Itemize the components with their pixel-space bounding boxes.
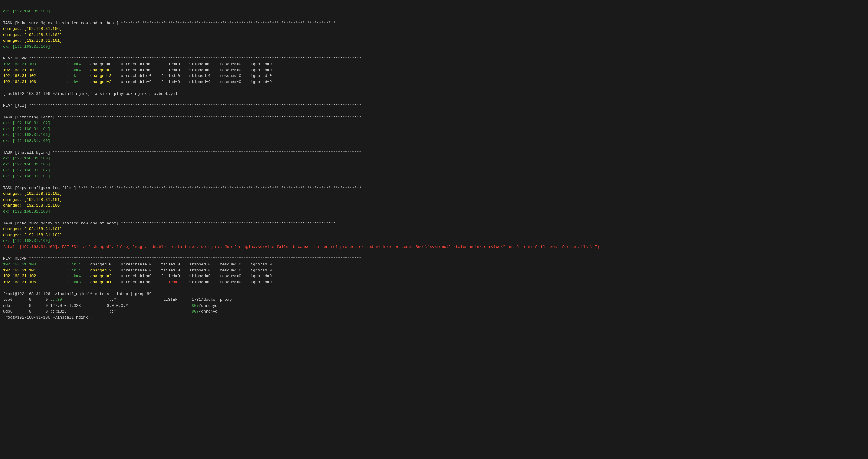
terminal-line-l23: ok: [192.168.31.100] [3, 138, 865, 144]
terminal-line-l16 [3, 97, 865, 103]
terminal-line-l51: udp 0 0 127.0.0.1:323 0.0.0.0:* 807/chro… [3, 303, 865, 309]
terminal-line-l11: 192.168.31.101 : ok=4 changed=2 unreacha… [3, 67, 865, 73]
terminal-line-l13: 192.168.31.106 : ok=4 changed=2 unreacha… [3, 79, 865, 85]
terminal-line-l1: ok: [192.168.31.100] [3, 8, 865, 14]
terminal-line-l30 [3, 179, 865, 185]
terminal-line-l45: 192.168.31.101 : ok=4 changed=2 unreacha… [3, 267, 865, 273]
terminal-line-l33: changed: [192.168.31.101] [3, 197, 865, 203]
terminal-line-l40: ok: [192.168.31.100] [3, 238, 865, 244]
terminal-line-l25: TASK [Install Nginx] *******************… [3, 150, 865, 156]
terminal-line-l4: changed: [192.168.31.106] [3, 26, 865, 32]
terminal-line-l32: changed: [192.168.31.102] [3, 191, 865, 197]
terminal-line-l41: fatal: [192.168.31.106]: FAILED! => {"ch… [3, 244, 865, 250]
terminal-line-l7: ok: [192.168.31.100] [3, 44, 865, 50]
terminal-line-l38: changed: [192.168.31.101] [3, 226, 865, 232]
terminal-line-l22: ok: [192.168.31.106] [3, 132, 865, 138]
terminal-line-l49: [root@192-168-31-106 ~/install_nginx]# n… [3, 291, 865, 297]
terminal-line-l15: [root@192-168-31-106 ~/install_nginx]# a… [3, 91, 865, 97]
terminal-line-l42 [3, 250, 865, 256]
terminal-line-l52: udp6 0 0 :::1323 :::* 807/chronyd [3, 308, 865, 315]
terminal-line-l53: [root@192-168-31-106 ~/install_nginx]# [3, 315, 865, 321]
terminal-line-l5: changed: [192.168.31.102] [3, 32, 865, 38]
terminal-line-l48 [3, 285, 865, 291]
terminal-line-l14 [3, 85, 865, 91]
terminal-line-l29: ok: [192.168.31.101] [3, 173, 865, 179]
terminal-line-l6: changed: [192.168.31.101] [3, 38, 865, 44]
terminal-line-l36 [3, 215, 865, 221]
terminal-line-l10: 192.168.31.100 : ok=4 changed=0 unreacha… [3, 61, 865, 67]
terminal-line-l18 [3, 108, 865, 114]
terminal-line-l50: tcp6 0 0 :::80 :::* LISTEN 1781/docker-p… [3, 297, 865, 303]
terminal-line-l21: ok: [192.168.31.101] [3, 126, 865, 132]
terminal-line-l31: TASK [Copy configuration files] ********… [3, 185, 865, 191]
terminal-line-l44: 192.168.31.100 : ok=4 changed=0 unreacha… [3, 262, 865, 267]
terminal-line-l35: ok: [192.168.31.100] [3, 209, 865, 215]
terminal-line-l39: changed: [192.168.31.102] [3, 232, 865, 238]
terminal-line-l26: ok: [192.168.31.100] [3, 156, 865, 162]
terminal-line-l37: TASK [Make sure Nginx is started now and… [3, 221, 865, 227]
terminal-line-l3: TASK [Make sure Nginx is started now and… [3, 20, 865, 26]
terminal-line-l20: ok: [192.168.31.102] [3, 120, 865, 126]
terminal-line-l24 [3, 144, 865, 150]
terminal-line-l19: TASK [Gathering Facts] *****************… [3, 114, 865, 121]
terminal-line-l34: changed: [192.168.31.106] [3, 203, 865, 209]
terminal-line-l43: PLAY RECAP *****************************… [3, 256, 865, 262]
terminal: const data = JSON.parse(document.getElem… [3, 2, 865, 326]
terminal-line-l9: PLAY RECAP *****************************… [3, 56, 865, 62]
terminal-line-l47: 192.168.31.106 : ok=3 changed=1 unreacha… [3, 279, 865, 285]
terminal-line-l2 [3, 14, 865, 20]
terminal-line-l12: 192.168.31.102 : ok=4 changed=2 unreacha… [3, 73, 865, 79]
terminal-line-l17: PLAY [all] *****************************… [3, 103, 865, 109]
terminal-line-l27: ok: [192.168.31.106] [3, 162, 865, 168]
terminal-line-l8 [3, 50, 865, 56]
terminal-line-l28: ok: [192.168.31.102] [3, 167, 865, 173]
terminal-line-l46: 192.168.31.102 : ok=4 changed=2 unreacha… [3, 273, 865, 279]
